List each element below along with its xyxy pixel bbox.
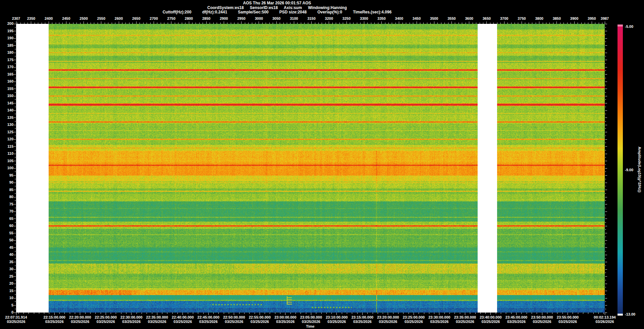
colorbar-mid-label: -9.00 (625, 168, 633, 172)
right-axis-tick (605, 291, 607, 291)
record-axis-minor-tick (553, 22, 553, 24)
record-axis-minor-tick (476, 22, 476, 24)
right-axis-minor-tick (605, 179, 606, 179)
right-axis-tick (605, 168, 607, 169)
right-axis-minor-tick (605, 273, 606, 273)
record-axis-minor-tick (178, 22, 178, 24)
time-axis-label: 22:35:00.00003/25/2026 (146, 315, 168, 324)
record-axis-minor-tick (360, 22, 361, 24)
record-axis-minor-tick (325, 22, 326, 24)
spectrogram-canvas[interactable] (16, 24, 605, 313)
right-axis-tick (605, 103, 607, 103)
freq-axis-label: 175 (3, 58, 13, 62)
record-axis-minor-tick (500, 22, 501, 24)
right-axis-minor-tick (605, 200, 606, 201)
time-axis-minor-tick (454, 313, 455, 314)
right-axis-tick (605, 190, 607, 190)
freq-axis-tick (14, 60, 16, 60)
freq-axis-label: 185 (3, 43, 13, 48)
freq-axis-tick (14, 45, 16, 46)
record-axis-minor-tick (238, 22, 238, 24)
time-axis-minor-tick (75, 313, 75, 314)
right-axis-tick (605, 313, 607, 313)
header-param: TimeRes.(sec):4.096 (353, 10, 391, 14)
record-axis-minor-tick (507, 22, 508, 24)
record-axis-minor-tick (441, 22, 441, 24)
freq-axis-tick (14, 305, 16, 306)
time-axis-minor-tick (347, 313, 347, 314)
freq-axis-minor-tick (15, 128, 16, 129)
right-axis-minor-tick (605, 78, 606, 78)
right-axis-tick (605, 233, 607, 233)
right-axis-minor-tick (605, 70, 606, 71)
record-axis-minor-tick (462, 22, 462, 24)
freq-axis-tick (14, 117, 16, 118)
record-axis-minor-tick (585, 22, 585, 24)
right-axis-minor-tick (605, 301, 606, 302)
time-axis-minor-tick (239, 313, 239, 314)
freq-axis-minor-tick (15, 150, 16, 150)
right-axis-minor-tick (605, 157, 606, 157)
time-axis-minor-tick (39, 313, 39, 314)
freq-axis-label: 155 (3, 87, 13, 91)
right-axis-tick (605, 276, 607, 277)
time-axis-tick (182, 313, 183, 315)
freq-axis-minor-tick (15, 121, 16, 122)
time-axis-label: 22:15:00.00003/25/2026 (44, 315, 65, 324)
time-axis-minor-tick (598, 313, 599, 314)
freq-axis-label: 100 (3, 166, 13, 170)
time-axis-minor-tick (367, 313, 368, 314)
time-axis-minor-tick (444, 313, 445, 314)
freq-axis-tick (14, 190, 16, 190)
header-params-row2: Cuttoff(Hz):200df(Hz):0.2441Sample/Sec:5… (163, 10, 392, 14)
record-axis-minor-tick (402, 22, 403, 24)
right-axis-tick (605, 146, 607, 147)
record-axis-minor-tick (564, 22, 564, 24)
record-axis-label: 3300 (360, 16, 368, 20)
record-axis-minor-tick (395, 22, 396, 24)
record-axis-label: 2800 (185, 16, 193, 20)
freq-axis-minor-tick (15, 157, 16, 157)
time-axis-label: 23:50:00.00003/25/2026 (531, 315, 553, 324)
record-axis-minor-tick (357, 22, 357, 24)
record-axis-minor-tick (423, 22, 424, 24)
freq-axis-minor-tick (15, 193, 16, 194)
freq-axis-label: 125 (3, 130, 13, 134)
time-axis-tick (208, 313, 209, 315)
time-axis-tick (439, 313, 439, 315)
record-axis-minor-tick (203, 22, 203, 24)
record-axis-minor-tick (448, 22, 448, 24)
freq-axis-tick (14, 103, 16, 103)
record-axis-minor-tick (297, 22, 298, 24)
right-axis-minor-tick (605, 114, 606, 114)
time-axis-label: 23:10:00.00003/25/2026 (326, 315, 347, 324)
record-axis-minor-tick (308, 22, 308, 24)
right-axis-minor-tick (605, 266, 606, 266)
time-axis-label: 23:00:00.00003/25/2026 (274, 315, 296, 324)
record-axis-label: 3650 (483, 16, 491, 20)
record-axis-minor-tick (248, 22, 249, 24)
time-axis-minor-tick (326, 313, 327, 314)
record-axis-label: 2750 (167, 16, 175, 20)
right-axis-minor-tick (605, 258, 606, 258)
time-axis-minor-tick (126, 313, 126, 314)
right-axis-tick (605, 219, 607, 219)
record-axis-minor-tick (175, 22, 175, 24)
freq-axis-minor-tick (15, 49, 16, 49)
freq-axis-tick (14, 82, 16, 82)
time-axis-label: 23:05:00.00003/25/2026 (300, 315, 322, 324)
record-axis-minor-tick (287, 22, 287, 24)
time-axis-minor-tick (177, 313, 178, 314)
right-axis-minor-tick (605, 150, 606, 150)
freq-axis-minor-tick (15, 273, 16, 273)
record-axis-minor-tick (125, 22, 126, 24)
record-axis-tick (101, 21, 101, 24)
record-axis-minor-tick (52, 22, 52, 24)
freq-axis-label: 135 (3, 115, 13, 120)
record-axis-minor-tick (385, 22, 385, 24)
record-axis-label: 3150 (307, 16, 315, 20)
right-axis-minor-tick (605, 237, 606, 237)
right-axis-tick (605, 226, 607, 226)
time-axis-minor-tick (249, 313, 250, 314)
right-axis-tick (605, 247, 607, 248)
